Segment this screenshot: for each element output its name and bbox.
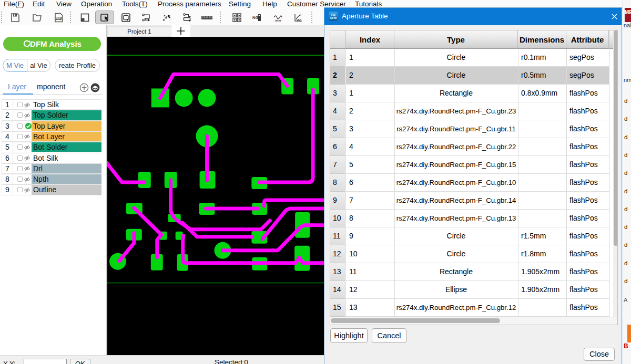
svg-text:NG: NG [252,15,258,20]
svg-text:IPC: IPC [297,19,302,22]
svg-text:ohm: ohm [275,19,281,22]
svg-text:PDF: PDF [56,17,61,20]
